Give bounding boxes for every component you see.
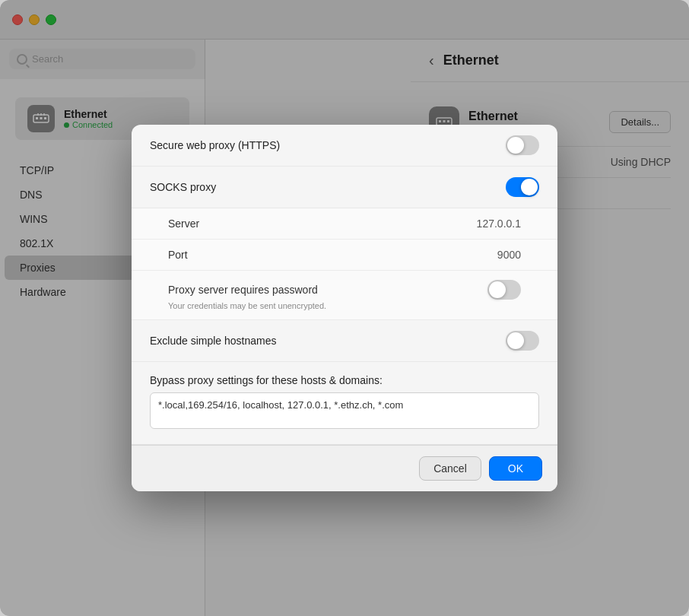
password-description: Your credentials may be sent unencrypted… [168, 301, 521, 310]
bypass-textarea[interactable] [150, 392, 539, 429]
socks-proxy-label: SOCKS proxy [150, 181, 216, 193]
exclude-hostnames-row: Exclude simple hostnames [132, 320, 557, 362]
toggle-knob-password [489, 281, 506, 298]
secure-web-proxy-toggle[interactable] [506, 135, 539, 155]
cancel-button[interactable]: Cancel [419, 456, 481, 481]
exclude-hostnames-label: Exclude simple hostnames [150, 335, 277, 347]
port-row: Port 9000 [132, 240, 557, 271]
secure-web-proxy-label: Secure web proxy (HTTPS) [150, 139, 280, 151]
ok-button[interactable]: OK [489, 456, 542, 481]
server-label: Server [168, 218, 199, 230]
server-value: 127.0.0.1 [477, 218, 521, 230]
password-label: Proxy server requires password [168, 284, 318, 296]
bypass-section: Bypass proxy settings for these hosts & … [132, 362, 557, 445]
main-window: Sign in with your Apple ID Wi-Fi [0, 0, 689, 616]
bypass-title: Bypass proxy settings for these hosts & … [150, 374, 539, 386]
socks-proxy-toggle[interactable] [506, 177, 539, 197]
socks-sub-section: Server 127.0.0.1 Port 9000 Proxy server … [132, 208, 557, 320]
toggle-knob-socks [521, 179, 538, 195]
server-row: Server 127.0.0.1 [132, 208, 557, 240]
port-value: 9000 [497, 249, 521, 261]
toggle-knob-exclude [507, 332, 524, 349]
proxies-modal: Secure web proxy (HTTPS) SOCKS proxy Ser… [132, 125, 557, 491]
modal-footer: Cancel OK [132, 445, 557, 491]
password-row-top: Proxy server requires password [168, 280, 521, 300]
port-label: Port [168, 249, 188, 261]
socks-proxy-row: SOCKS proxy [132, 167, 557, 208]
password-toggle[interactable] [487, 280, 521, 300]
modal-body: Secure web proxy (HTTPS) SOCKS proxy Ser… [132, 125, 557, 445]
toggle-knob [507, 137, 524, 154]
secure-web-proxy-row: Secure web proxy (HTTPS) [132, 125, 557, 167]
password-row: Proxy server requires password Your cred… [132, 271, 557, 320]
modal-overlay: Secure web proxy (HTTPS) SOCKS proxy Ser… [0, 0, 689, 616]
exclude-hostnames-toggle[interactable] [506, 331, 539, 351]
